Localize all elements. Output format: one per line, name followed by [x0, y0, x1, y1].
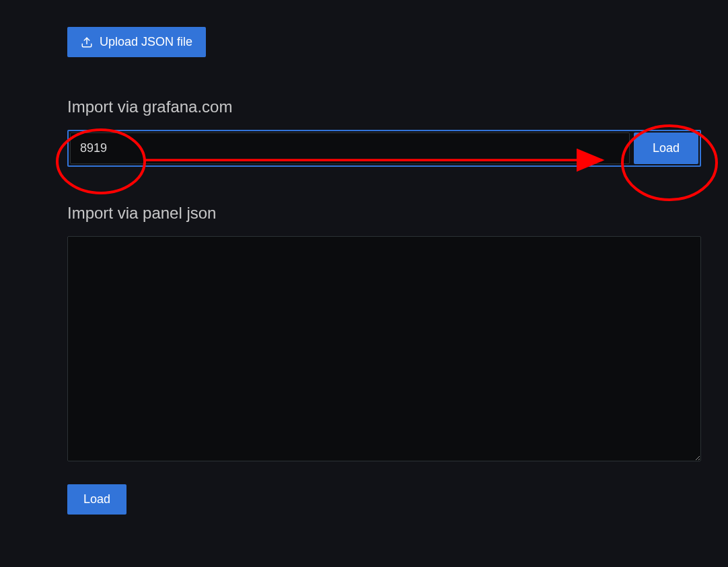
- panel-json-textarea[interactable]: [67, 236, 701, 461]
- import-grafana-row: Load: [67, 130, 701, 167]
- import-panel-json-heading: Import via panel json: [67, 204, 701, 223]
- grafana-id-input[interactable]: [70, 133, 630, 164]
- load-grafana-button[interactable]: Load: [634, 133, 698, 164]
- upload-icon: [81, 36, 93, 48]
- upload-json-label: Upload JSON file: [100, 35, 192, 49]
- upload-json-button[interactable]: Upload JSON file: [67, 27, 206, 57]
- import-grafana-heading: Import via grafana.com: [67, 98, 701, 116]
- load-panel-json-button[interactable]: Load: [67, 484, 126, 515]
